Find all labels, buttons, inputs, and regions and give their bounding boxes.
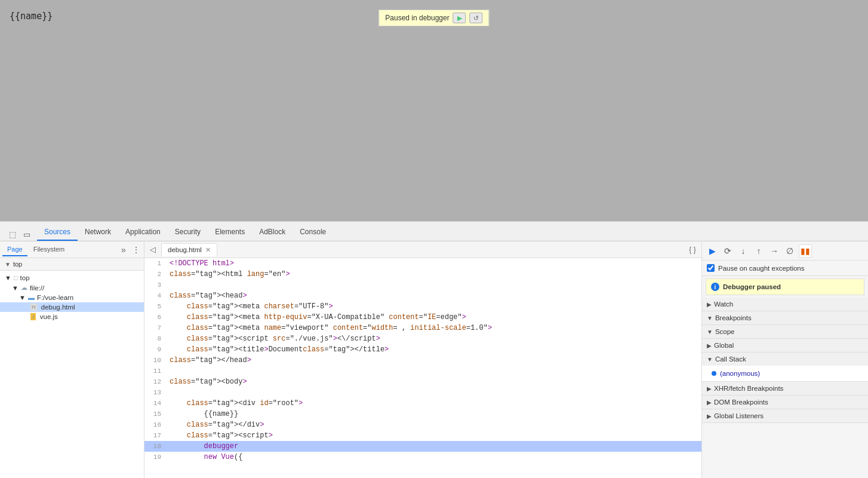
debug-step-into-btn[interactable]: ↓	[737, 244, 750, 258]
debugger-banner-text: Paused in debugger	[385, 14, 449, 22]
call-stack-dot-icon	[712, 371, 716, 376]
call-stack-item-anonymous[interactable]: (anonymous)	[707, 368, 863, 379]
accordion-watch-label: Watch	[714, 301, 733, 308]
left-tab-page[interactable]: Page	[2, 243, 27, 256]
line-num-5: 5	[144, 301, 166, 312]
editor-nav-back-btn[interactable]: ◁	[147, 244, 159, 256]
tree-item-vue-js[interactable]: J vue.js	[0, 312, 144, 321]
file-tree: ▼ □ top ▼ ☁ file:// ▼ ▬ F:/vue-learn H d…	[0, 271, 144, 478]
line-num-11: 11	[144, 366, 166, 376]
line-content-5: class="tag"><meta charset="UTF-8">	[166, 301, 701, 312]
line-num-4: 4	[144, 290, 166, 301]
tab-adblock[interactable]: AdBlock	[252, 224, 293, 241]
line-num-3: 3	[144, 280, 166, 290]
accordion-breakpoints-label: Breakpoints	[715, 314, 752, 321]
middle-panel: ◁ debug.html ✕ { } 1<!DOCTYPE html>2clas…	[144, 241, 702, 478]
accordion-global-listeners: ▶ Global Listeners	[702, 409, 868, 423]
line-num-2: 2	[144, 269, 166, 280]
debug-step-btn[interactable]: →	[768, 244, 781, 258]
tree-label-file-protocol: file://	[30, 284, 44, 292]
pause-exceptions-checkbox[interactable]	[707, 264, 715, 272]
debugger-paused-banner: i Debugger paused	[706, 278, 864, 295]
tree-item-top[interactable]: ▼ □ top	[0, 273, 144, 283]
tree-label-top: top	[20, 274, 30, 281]
accordion-watch-arrow: ▶	[707, 301, 712, 308]
tree-arrow-vue-learn-icon: ▼	[19, 294, 26, 301]
line-content-9: class="tag"><title>Documentclass="tag"><…	[166, 344, 701, 355]
accordion-global: ▶ Global	[702, 339, 868, 353]
pause-exceptions-row: Pause on caught exceptions	[702, 261, 868, 276]
accordion-dom-arrow: ▶	[707, 399, 712, 406]
line-num-9: 9	[144, 344, 166, 355]
tab-sources[interactable]: Sources	[37, 224, 78, 241]
accordion-global-listeners-label: Global Listeners	[714, 412, 764, 419]
accordion-dom-breakpoints-header[interactable]: ▶ DOM Breakpoints	[702, 396, 868, 409]
editor-content[interactable]: 1<!DOCTYPE html>2class="tag"><html lang=…	[144, 258, 701, 478]
line-num-1: 1	[144, 258, 166, 269]
tree-label-vue-js: vue.js	[38, 313, 58, 320]
tab-network[interactable]: Network	[78, 224, 118, 241]
accordion-dom-label: DOM Breakpoints	[714, 399, 768, 406]
editor-tab-close-btn[interactable]: ✕	[205, 246, 211, 254]
tab-application[interactable]: Application	[118, 224, 168, 241]
toolbar-icons: ⬚ ▭	[2, 228, 37, 241]
tree-arrow-top-icon: ▼	[5, 274, 11, 281]
accordion-xhr-breakpoints-header[interactable]: ▶ XHR/fetch Breakpoints	[702, 382, 868, 395]
preview-template-text: {{name}}	[10, 11, 53, 22]
device-icon[interactable]: ▭	[20, 228, 33, 241]
accordion-call-stack-header[interactable]: ▼ Call Stack	[702, 353, 868, 366]
tree-item-file-protocol[interactable]: ▼ ☁ file://	[0, 283, 144, 293]
accordion-global-listeners-header[interactable]: ▶ Global Listeners	[702, 409, 868, 422]
left-tab-more-icon[interactable]: »	[118, 244, 130, 256]
editor-pretty-print-btn[interactable]: { }	[686, 243, 699, 256]
accordion-call-stack-label: Call Stack	[715, 356, 746, 363]
accordion-breakpoints-header[interactable]: ▼ Breakpoints	[702, 311, 868, 324]
line-content-17: class="tag"><script>	[166, 430, 701, 441]
line-content-15: {{name}}	[166, 409, 701, 419]
left-panel-menu-icon[interactable]: ⋮	[131, 244, 141, 255]
debugger-paused-text: Debugger paused	[723, 283, 781, 290]
accordion-breakpoints-arrow: ▼	[707, 315, 713, 321]
left-tab-filesystem[interactable]: Filesystem	[29, 243, 70, 256]
tab-elements[interactable]: Elements	[208, 224, 252, 241]
accordion-scope-header[interactable]: ▼ Scope	[702, 325, 868, 338]
call-stack-anonymous-label: (anonymous)	[720, 370, 760, 377]
debug-pause-btn[interactable]: ▮▮	[799, 244, 812, 258]
tab-security[interactable]: Security	[168, 224, 208, 241]
accordion-global-listeners-arrow: ▶	[707, 413, 712, 419]
pause-exceptions-label[interactable]: Pause on caught exceptions	[718, 265, 805, 272]
accordion-call-stack-arrow: ▼	[707, 356, 713, 363]
tree-item-folder-vue-learn[interactable]: ▼ ▬ F:/vue-learn	[0, 293, 144, 302]
line-content-8: class="tag"><script src="./vue.js"><\/sc…	[166, 333, 701, 344]
tree-spacer-debug-icon	[26, 304, 28, 311]
tree-item-debug-html[interactable]: H debug.html	[0, 302, 144, 312]
call-stack-content: (anonymous)	[702, 366, 868, 381]
top-frame-label: top	[13, 261, 22, 268]
debug-deactivate-btn[interactable]: ∅	[783, 244, 796, 258]
resume-button[interactable]: ▶	[453, 13, 466, 23]
debug-step-out-btn[interactable]: ↑	[752, 244, 765, 258]
inspect-icon[interactable]: ⬚	[6, 228, 19, 241]
line-num-14: 14	[144, 398, 166, 409]
accordion-breakpoints: ▼ Breakpoints	[702, 311, 868, 325]
tab-console[interactable]: Console	[293, 224, 333, 241]
code-table: 1<!DOCTYPE html>2class="tag"><html lang=…	[144, 258, 701, 462]
stepover-button[interactable]: ↺	[470, 13, 483, 23]
devtools-main: Page Filesystem » ⋮ ▼ top ▼ □ top ▼ ☁ fi…	[0, 241, 868, 478]
debug-resume-btn[interactable]: ▶	[706, 244, 719, 258]
file-js-icon: J	[30, 313, 36, 320]
line-content-18: debugger	[166, 441, 701, 452]
tree-spacer-vue-icon	[26, 313, 28, 320]
accordion-global-header[interactable]: ▶ Global	[702, 339, 868, 352]
tree-label-debug-html: debug.html	[39, 304, 75, 311]
line-content-1: <!DOCTYPE html>	[166, 258, 701, 269]
editor-file-tab-debug-html[interactable]: debug.html ✕	[161, 243, 217, 256]
info-icon: i	[711, 283, 719, 291]
accordion-watch-header[interactable]: ▶ Watch	[702, 298, 868, 311]
line-num-16: 16	[144, 419, 166, 430]
right-panel: ▶ ⟳ ↓ ↑ → ∅ ▮▮ Pause on caught exception…	[702, 241, 868, 478]
line-content-19: new Vue({	[166, 452, 701, 462]
line-num-7: 7	[144, 323, 166, 333]
line-num-13: 13	[144, 387, 166, 398]
debug-step-over-btn[interactable]: ⟳	[721, 244, 734, 258]
